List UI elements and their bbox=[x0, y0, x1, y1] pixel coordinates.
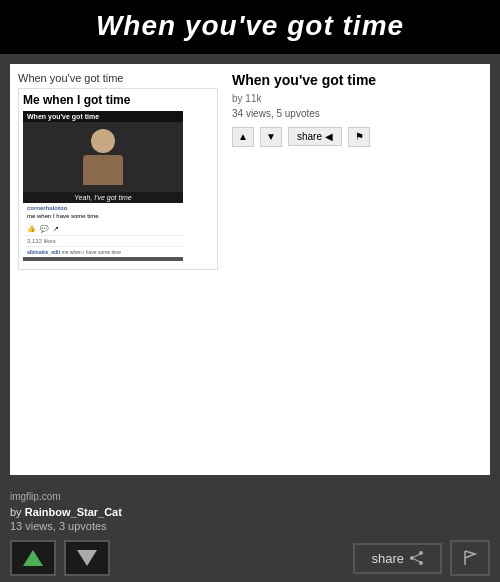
inner-scene: When you've got time Yeah, I've got time bbox=[23, 111, 183, 261]
downvote-button[interactable] bbox=[64, 540, 110, 576]
svg-point-2 bbox=[410, 556, 414, 560]
svg-line-4 bbox=[414, 559, 420, 562]
imgflip-credit: imgflip.com bbox=[10, 491, 490, 502]
likes-bar: 3,132 likes bbox=[23, 235, 183, 246]
author-name: Rainbow_Star_Cat bbox=[25, 506, 122, 518]
small-downvote-button[interactable]: ▼ bbox=[260, 127, 282, 147]
meme-inner-box: Me when I got time When you've got time bbox=[18, 88, 218, 270]
author-prefix: by bbox=[10, 506, 25, 518]
stats-line: 13 views, 3 upvotes bbox=[10, 520, 490, 532]
share-small-icon: ↗ bbox=[53, 225, 59, 233]
share-button[interactable]: share bbox=[353, 543, 442, 574]
meme-right-title: When you've got time bbox=[232, 72, 482, 89]
meme-panel: When you've got time Me when I got time … bbox=[10, 64, 490, 475]
page-container: When you've got time When you've got tim… bbox=[0, 0, 500, 582]
small-share-button[interactable]: share ◀ bbox=[288, 127, 342, 146]
like-icon: 👍 bbox=[27, 225, 36, 233]
small-flag-button[interactable]: ⚑ bbox=[348, 127, 370, 147]
down-arrow-icon bbox=[77, 550, 97, 566]
share-label: share bbox=[371, 551, 404, 566]
comment-icon: 💬 bbox=[40, 225, 49, 233]
flag-button[interactable] bbox=[450, 540, 490, 576]
social-username: cornerhalotoo bbox=[27, 205, 179, 211]
social-post-text: me when I have some time bbox=[27, 213, 179, 221]
social-bar: cornerhalotoo me when I have some time 👍… bbox=[23, 203, 183, 235]
meme-left: When you've got time Me when I got time … bbox=[18, 72, 218, 467]
meme-inner-label: Me when I got time bbox=[23, 93, 213, 107]
meme-left-title: When you've got time bbox=[18, 72, 218, 84]
small-upvote-button[interactable]: ▲ bbox=[232, 127, 254, 147]
comment-bar: albinakis_edit me when i have some time bbox=[23, 246, 183, 257]
small-share-icon: ◀ bbox=[325, 131, 333, 142]
main-content: When you've got time Me when I got time … bbox=[0, 54, 500, 485]
action-row: share bbox=[10, 540, 490, 576]
movie-caption: Yeah, I've got time bbox=[23, 192, 183, 203]
author-line: by Rainbow_Star_Cat bbox=[10, 506, 490, 518]
meme-image-box: When you've got time Yeah, I've got time bbox=[23, 111, 183, 261]
flag-icon bbox=[463, 550, 477, 566]
bottom-bar: imgflip.com by Rainbow_Star_Cat 13 views… bbox=[0, 485, 500, 582]
upvote-button[interactable] bbox=[10, 540, 56, 576]
movie-frame bbox=[23, 122, 183, 192]
up-arrow-icon bbox=[23, 550, 43, 566]
small-share-label: share bbox=[297, 131, 322, 142]
top-title-bar: When you've got time bbox=[0, 0, 500, 54]
main-title: When you've got time bbox=[16, 10, 484, 42]
meme-right-byline: by 11k bbox=[232, 93, 482, 104]
share-icon bbox=[410, 551, 424, 565]
inner-title-bar-text: When you've got time bbox=[23, 111, 183, 122]
svg-line-3 bbox=[414, 554, 420, 557]
meme-right-actions: ▲ ▼ share ◀ ⚑ bbox=[232, 127, 482, 147]
meme-right: When you've got time by 11k 34 views, 5 … bbox=[228, 72, 482, 467]
meme-right-stats: 34 views, 5 upvotes bbox=[232, 108, 482, 119]
